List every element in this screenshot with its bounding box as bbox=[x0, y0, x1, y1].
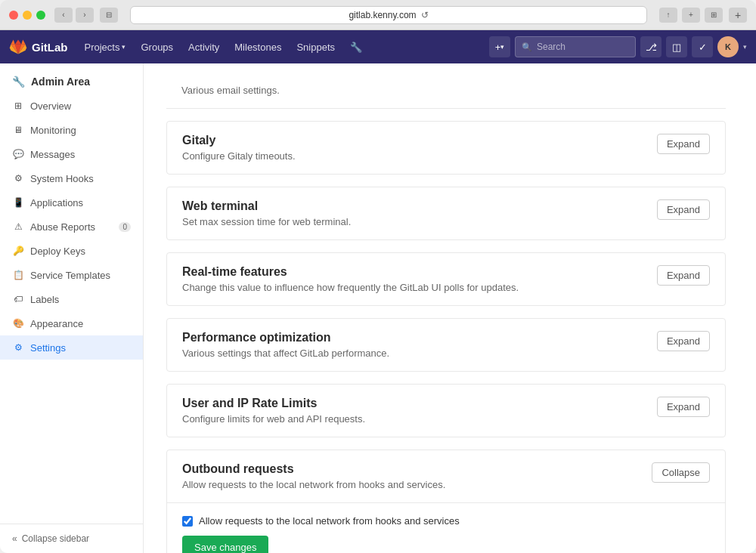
merge-requests-button[interactable]: ⎇ bbox=[640, 36, 662, 57]
save-changes-button[interactable]: Save changes bbox=[182, 536, 268, 553]
sidebar-item-appearance[interactable]: 🎨 Appearance bbox=[0, 311, 143, 335]
plus-menu-button[interactable]: + ▾ bbox=[489, 36, 510, 57]
sidebar-nav: ⊞ Overview 🖥 Monitoring 💬 Messages ⚙ Sys… bbox=[0, 94, 143, 524]
share-button[interactable]: ↑ bbox=[659, 8, 677, 23]
nav-item-wrench[interactable]: 🔧 bbox=[342, 30, 370, 63]
sidebar-messages-label: Messages bbox=[30, 149, 75, 160]
nav-actions: + ▾ 🔍 ⎇ ◫ ✓ K ▾ bbox=[489, 36, 747, 57]
nav-item-activity[interactable]: Activity bbox=[181, 30, 227, 63]
address-bar[interactable]: gitlab.kenny.com ↺ bbox=[130, 6, 647, 24]
traffic-lights bbox=[9, 11, 45, 20]
section-web-terminal-expand-button[interactable]: Expand bbox=[657, 199, 710, 220]
main-layout: 🔧 Admin Area ⊞ Overview 🖥 Monitoring 💬 M… bbox=[0, 63, 756, 553]
gitlab-logo[interactable]: GitLab bbox=[9, 38, 68, 56]
sidebar-service-templates-label: Service Templates bbox=[30, 270, 110, 281]
reload-button[interactable]: ↺ bbox=[421, 10, 429, 20]
section-rate-limits-info: User and IP Rate Limits Configure limits… bbox=[182, 397, 645, 425]
top-section-email: Various email settings. bbox=[166, 79, 726, 109]
forward-button[interactable]: › bbox=[76, 8, 94, 23]
sidebar-item-applications[interactable]: 📱 Applications bbox=[0, 190, 143, 215]
wrench-icon: 🔧 bbox=[350, 42, 362, 53]
section-performance-expand-button[interactable]: Expand bbox=[657, 331, 710, 351]
todos-button[interactable]: ✓ bbox=[692, 36, 713, 57]
section-real-time-features: Real-time features Change this value to … bbox=[166, 252, 726, 306]
projects-dropdown-arrow: ▾ bbox=[122, 43, 125, 51]
traffic-light-yellow[interactable] bbox=[23, 11, 32, 20]
section-gitaly-expand-button[interactable]: Expand bbox=[657, 134, 710, 154]
tab-view-button[interactable]: ⊟ bbox=[100, 8, 118, 23]
sidebar-item-messages[interactable]: 💬 Messages bbox=[0, 142, 143, 166]
new-tab-button[interactable]: + bbox=[729, 8, 747, 23]
merge-requests-icon: ⎇ bbox=[646, 42, 657, 53]
extensions-button[interactable]: ⊞ bbox=[705, 8, 723, 23]
sidebar-item-deploy-keys[interactable]: 🔑 Deploy Keys bbox=[0, 239, 143, 263]
section-performance-optimization: Performance optimization Various setting… bbox=[166, 318, 726, 372]
section-gitaly-info: Gitaly Configure Gitaly timeouts. bbox=[182, 134, 645, 162]
sidebar-footer: « Collapse sidebar bbox=[0, 524, 143, 553]
plus-icon: + bbox=[495, 42, 501, 53]
admin-wrench-icon: 🔧 bbox=[12, 76, 25, 88]
section-performance-header: Performance optimization Various setting… bbox=[167, 319, 725, 371]
sidebar-item-service-templates[interactable]: 📋 Service Templates bbox=[0, 263, 143, 287]
collapse-icon: « bbox=[12, 533, 17, 544]
avatar-dropdown-arrow: ▾ bbox=[743, 43, 747, 51]
sidebar-item-monitoring[interactable]: 🖥 Monitoring bbox=[0, 118, 143, 142]
sidebar-settings-label: Settings bbox=[30, 342, 66, 354]
sidebar-labels-label: Labels bbox=[30, 294, 59, 305]
section-real-time-header: Real-time features Change this value to … bbox=[167, 253, 725, 305]
sidebar-title: Admin Area bbox=[31, 76, 90, 88]
user-avatar[interactable]: K bbox=[717, 36, 739, 57]
nav-item-projects[interactable]: Projects ▾ bbox=[77, 30, 134, 63]
key-icon: 🔑 bbox=[12, 245, 24, 257]
abuse-icon: ⚠ bbox=[12, 221, 24, 233]
sidebar-system-hooks-label: System Hooks bbox=[30, 173, 94, 184]
section-outbound-body: Allow requests to the local network from… bbox=[167, 503, 725, 553]
sidebar-item-labels[interactable]: 🏷 Labels bbox=[0, 287, 143, 311]
section-rate-limits-expand-button[interactable]: Expand bbox=[657, 397, 710, 417]
abuse-reports-badge: 0 bbox=[119, 222, 131, 232]
nav-item-snippets[interactable]: Snippets bbox=[289, 30, 342, 63]
section-gitaly-title: Gitaly bbox=[182, 134, 645, 147]
search-box[interactable]: 🔍 bbox=[515, 36, 636, 57]
outbound-checkbox[interactable] bbox=[182, 516, 193, 527]
bookmark-button[interactable]: + bbox=[682, 8, 700, 23]
section-web-terminal-header: Web terminal Set max session time for we… bbox=[167, 187, 725, 239]
todos-icon: ✓ bbox=[699, 42, 707, 53]
top-nav: GitLab Projects ▾ Groups Activity Milest… bbox=[0, 30, 756, 63]
traffic-light-red[interactable] bbox=[9, 11, 18, 20]
section-real-time-expand-button[interactable]: Expand bbox=[657, 265, 710, 286]
collapse-sidebar-button[interactable]: « Collapse sidebar bbox=[12, 533, 89, 544]
section-outbound-desc: Allow requests to the local network from… bbox=[182, 479, 640, 490]
collapse-sidebar-label: Collapse sidebar bbox=[22, 533, 89, 544]
section-outbound-collapse-button[interactable]: Collapse bbox=[652, 462, 710, 483]
chrome-actions: ↑ + ⊞ bbox=[659, 8, 723, 23]
nav-item-groups[interactable]: Groups bbox=[133, 30, 181, 63]
section-web-terminal-info: Web terminal Set max session time for we… bbox=[182, 199, 645, 227]
sidebar-abuse-reports-label: Abuse Reports bbox=[30, 221, 95, 233]
avatar-initials: K bbox=[725, 42, 731, 51]
issues-button[interactable]: ◫ bbox=[666, 36, 687, 57]
url-text: gitlab.kenny.com bbox=[349, 10, 416, 20]
gitlab-fox-icon bbox=[9, 38, 27, 56]
sidebar-item-settings[interactable]: ⚙ Settings bbox=[0, 335, 143, 360]
sidebar-item-system-hooks[interactable]: ⚙ System Hooks bbox=[0, 166, 143, 190]
nav-item-milestones[interactable]: Milestones bbox=[227, 30, 289, 63]
section-real-time-desc: Change this value to influence how frequ… bbox=[182, 282, 645, 293]
browser-nav-buttons: ‹ › bbox=[54, 8, 94, 23]
hook-icon: ⚙ bbox=[12, 172, 24, 184]
service-icon: 📋 bbox=[12, 269, 24, 281]
section-rate-limits-desc: Configure limits for web and API request… bbox=[182, 413, 645, 425]
section-outbound-header: Outbound requests Allow requests to the … bbox=[167, 450, 725, 503]
sidebar-item-overview[interactable]: ⊞ Overview bbox=[0, 94, 143, 118]
top-section-desc: Various email settings. bbox=[181, 79, 711, 96]
section-real-time-title: Real-time features bbox=[182, 265, 645, 279]
section-web-terminal-title: Web terminal bbox=[182, 199, 645, 213]
plus-dropdown-arrow: ▾ bbox=[500, 43, 504, 51]
search-input[interactable] bbox=[537, 42, 629, 52]
section-rate-limits-title: User and IP Rate Limits bbox=[182, 397, 645, 410]
sidebar-item-abuse-reports[interactable]: ⚠ Abuse Reports 0 bbox=[0, 215, 143, 239]
back-button[interactable]: ‹ bbox=[54, 8, 73, 23]
section-performance-info: Performance optimization Various setting… bbox=[182, 331, 645, 359]
traffic-light-green[interactable] bbox=[36, 11, 45, 20]
section-web-terminal-desc: Set max session time for web terminal. bbox=[182, 216, 645, 227]
